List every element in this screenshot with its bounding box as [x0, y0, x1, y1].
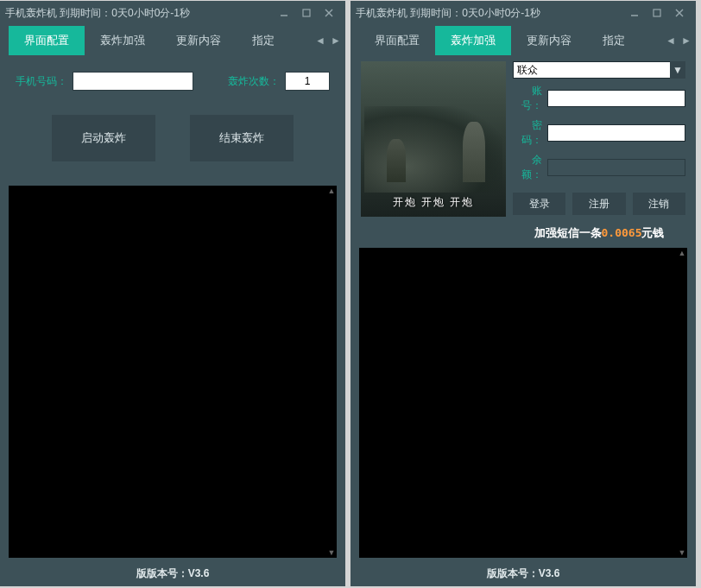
scroll-down-icon[interactable]: ▼ [678, 548, 686, 557]
scroll-up-icon[interactable]: ▲ [678, 249, 686, 257]
login-form: 联众 ▼ 账号： 密码： 余额： 登录 注册 注销 [513, 61, 685, 241]
stop-button[interactable]: 结束轰炸 [190, 115, 294, 161]
scroll-down-icon[interactable]: ▼ [327, 548, 336, 557]
tab-scroll-left-icon[interactable]: ◄ [313, 28, 328, 53]
tab-specify[interactable]: 指定 [587, 26, 641, 55]
window-title: 手机轰炸机 到期时间：0天0小时0分-1秒 [5, 6, 273, 21]
close-button[interactable] [668, 4, 691, 22]
version-label: 版版本号：V3.6 [357, 563, 689, 586]
tab-updates[interactable]: 更新内容 [161, 26, 237, 55]
minimize-button[interactable] [273, 4, 295, 22]
maximize-button[interactable] [646, 4, 668, 22]
password-label: 密码： [513, 118, 542, 148]
content-right: 开炮 开炮 开炮 联众 ▼ 账号： 密码： 余额： [350, 56, 696, 586]
input-row: 手机号码： 轰炸次数： [7, 56, 338, 98]
count-input[interactable] [285, 72, 330, 91]
tab-scroll-right-icon[interactable]: ► [679, 28, 694, 53]
svg-rect-5 [654, 9, 660, 16]
phone-label: 手机号码： [16, 74, 67, 89]
video-subtitle: 开炮 开炮 开炮 [361, 195, 506, 210]
window-right: 手机轰炸机 到期时间：0天0小时0分-1秒 界面配置 轰炸加强 更新内容 指定 … [350, 1, 696, 586]
tab-interface-config[interactable]: 界面配置 [9, 26, 85, 55]
titlebar: 手机轰炸机 到期时间：0天0小时0分-1秒 [0, 1, 345, 25]
titlebar: 手机轰炸机 到期时间：0天0小时0分-1秒 [350, 1, 696, 25]
login-button[interactable]: 登录 [513, 193, 565, 215]
password-input[interactable] [547, 124, 685, 142]
tab-updates[interactable]: 更新内容 [511, 26, 587, 55]
register-button[interactable]: 注册 [572, 193, 625, 215]
tab-interface-config[interactable]: 界面配置 [359, 26, 435, 55]
video-thumbnail[interactable]: 开炮 开炮 开炮 [361, 61, 506, 217]
provider-select[interactable]: 联众 ▼ [513, 61, 685, 79]
dropdown-icon[interactable]: ▼ [670, 61, 685, 79]
window-controls [273, 4, 340, 22]
tab-boost[interactable]: 轰炸加强 [435, 26, 511, 55]
log-area[interactable]: ▲ ▼ [9, 186, 337, 558]
provider-selected: 联众 [517, 63, 538, 78]
tabs: 界面配置 轰炸加强 更新内容 指定 ◄ ► [350, 25, 696, 56]
tab-scroll-left-icon[interactable]: ◄ [663, 28, 679, 53]
window-title: 手机轰炸机 到期时间：0天0小时0分-1秒 [356, 6, 623, 21]
balance-display [547, 159, 685, 176]
account-input[interactable] [547, 90, 685, 107]
close-button[interactable] [318, 4, 340, 22]
boost-panel: 开炮 开炮 开炮 联众 ▼ 账号： 密码： 余额： [357, 56, 689, 244]
price-note: 加强短信一条0.0065元钱 [513, 220, 685, 241]
phone-input[interactable] [73, 72, 193, 91]
scroll-up-icon[interactable]: ▲ [327, 187, 336, 195]
start-button[interactable]: 启动轰炸 [52, 115, 155, 161]
window-controls [623, 4, 691, 22]
tab-scroll-right-icon[interactable]: ► [328, 28, 344, 53]
account-label: 账号： [513, 84, 542, 113]
logout-button[interactable]: 注销 [633, 193, 685, 215]
content-left: 手机号码： 轰炸次数： 启动轰炸 结束轰炸 ▲ ▼ 版版本号：V3.6 [0, 56, 345, 586]
count-label: 轰炸次数： [228, 74, 280, 89]
svg-rect-1 [303, 9, 310, 16]
window-left: 手机轰炸机 到期时间：0天0小时0分-1秒 界面配置 轰炸加强 更新内容 指定 … [0, 1, 345, 586]
balance-label: 余额： [513, 153, 542, 182]
maximize-button[interactable] [295, 4, 318, 22]
tabs: 界面配置 轰炸加强 更新内容 指定 ◄ ► [0, 25, 345, 56]
tab-boost[interactable]: 轰炸加强 [85, 26, 161, 55]
button-row: 启动轰炸 结束轰炸 [7, 98, 338, 182]
minimize-button[interactable] [623, 4, 646, 22]
version-label: 版版本号：V3.6 [7, 563, 338, 586]
log-area[interactable]: ▲ ▼ [359, 248, 687, 558]
tab-specify[interactable]: 指定 [237, 26, 290, 55]
